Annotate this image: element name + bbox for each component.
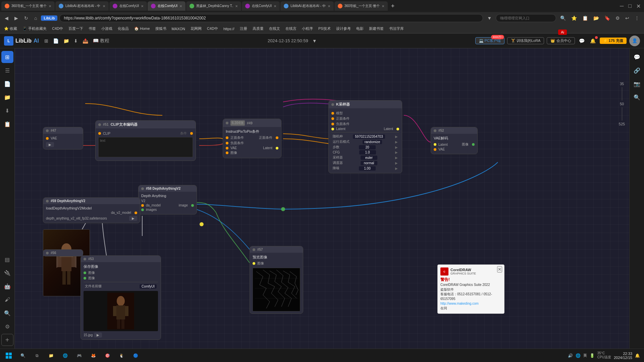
bookmark-c4d2[interactable]: C4D中 xyxy=(206,25,219,32)
sidebar-icon-menu[interactable]: ☰ xyxy=(1,64,13,76)
timestamp-dropdown[interactable]: ▼ xyxy=(311,37,318,45)
bookmark-games[interactable]: 小游戏 xyxy=(100,25,114,32)
notification-button[interactable]: 🔔 xyxy=(589,37,597,45)
node-52[interactable]: #52 VAE解码 Latent图像 VAE xyxy=(431,127,478,154)
nav-more[interactable]: ⋮ xyxy=(633,14,641,22)
taskbar-app4[interactable]: 🐧 xyxy=(115,350,128,362)
export-button[interactable]: 📤 xyxy=(81,37,90,45)
canvas-area[interactable]: #47 VAE ▶ #51 CLIP文本编码器 CLIP条件 text xyxy=(15,48,629,362)
tab-comfyui-1[interactable]: 在线ComfyUI ✕ xyxy=(109,1,147,11)
taskbar-task-view[interactable]: ⧉ xyxy=(30,350,44,362)
bookmark-sohu[interactable]: 搜狐书 xyxy=(154,25,168,32)
node-57[interactable]: #57 预览图像 图像 xyxy=(250,246,303,314)
sidebar-icon-new[interactable]: 📄 xyxy=(1,78,13,90)
sidebar-icon-layers[interactable]: ▤ xyxy=(1,253,13,265)
nav-icon-7[interactable]: ↩ xyxy=(623,14,631,22)
sidebar-icon-plug[interactable]: 🔌 xyxy=(1,267,13,279)
search-button[interactable]: ▼ xyxy=(485,14,494,22)
sidebar-icon-folder[interactable]: 📁 xyxy=(1,91,13,103)
taskbar-datetime[interactable]: 22:33 2024/12/15 xyxy=(614,352,632,360)
sidebar-icon-robot[interactable]: 🤖 xyxy=(1,280,13,292)
nav-icon-1[interactable]: 🔍 xyxy=(558,14,568,22)
sidebar-icon-grid[interactable]: ⊞ xyxy=(1,51,13,63)
bookmark-collect[interactable]: ⭐ 收藏 xyxy=(3,25,18,32)
node-51[interactable]: #51 CLIP文本编码器 CLIP条件 text xyxy=(95,120,196,161)
bookmark-film[interactable]: 电影 xyxy=(355,25,365,32)
sidebar-icon-file2[interactable]: 📋 xyxy=(1,118,13,130)
tab-liblib-1[interactable]: LiblibAI-慰布画布AI - 中 ✕ xyxy=(55,1,108,11)
bookmark-mini[interactable]: 小程序 xyxy=(301,25,314,32)
sidebar-icon-search[interactable]: 🔍 xyxy=(1,307,13,319)
bookmark-cosmetics[interactable]: 化妆品 xyxy=(116,25,130,32)
bookmark-online[interactable]: 在线文 xyxy=(268,25,281,32)
bookmark-new[interactable]: 新建书签 xyxy=(368,25,385,32)
coreldraw-close-button[interactable]: ✕ xyxy=(497,266,502,273)
recharge-button[interactable]: ⚡ 175 充值 xyxy=(600,38,627,44)
add-node-button[interactable]: + xyxy=(1,334,13,346)
taskbar-search[interactable]: 🔍 xyxy=(16,350,30,362)
reload-button[interactable]: ↻ xyxy=(22,14,30,22)
member-center-button[interactable]: 👑 会员中心 xyxy=(547,37,575,44)
bookmark-flower[interactable]: 花网网 xyxy=(189,25,203,32)
node-49[interactable]: 6.304张 #49 InstructPixToPix条件 正面条件正面条件 负… xyxy=(223,119,281,158)
coreldraw-url[interactable]: http://www.makeding.com xyxy=(440,301,501,306)
taskbar-app2[interactable]: 🦊 xyxy=(87,350,100,362)
taskbar-explorer[interactable]: 📁 xyxy=(44,350,58,362)
bookmark-home[interactable]: 🏠 Home xyxy=(133,26,151,32)
url-input[interactable] xyxy=(59,14,483,22)
forward-button[interactable]: ▶ xyxy=(12,14,20,22)
taskbar-network[interactable]: 🌐 xyxy=(576,353,581,358)
download-button[interactable]: ⬇ xyxy=(72,37,79,45)
liblib-logo-nav[interactable]: LibLib xyxy=(41,15,57,21)
node-59[interactable]: #59 DepthAnythingV2 loadDepthAnythingV2M… xyxy=(43,197,140,223)
bookmark-bookmarks[interactable]: 书签 xyxy=(87,25,97,32)
tab-comfyui-2[interactable]: 在线ComfyUI ✕ xyxy=(242,1,280,11)
new-file-button[interactable]: 📄 xyxy=(52,37,60,45)
taskbar-notification[interactable]: 🔔 xyxy=(635,353,640,358)
sidebar-icon-brush[interactable]: 🖌 xyxy=(1,294,13,306)
bookmark-mobile[interactable]: 📱 手机收藏夹 xyxy=(21,25,48,32)
maximize-button[interactable]: □ xyxy=(626,2,634,10)
node-53[interactable]: #53 保存图像 图像 图像 文件名前缀 ComfyUI xyxy=(80,255,161,340)
start-button[interactable] xyxy=(1,350,16,362)
bookmark-online2[interactable]: 在线言 xyxy=(284,25,298,32)
node-58[interactable]: #58 DepthAnythingV2 Depth Anything V2 da… xyxy=(138,185,197,215)
bookmark-https[interactable]: https:// xyxy=(222,26,236,32)
pc-client-badge[interactable]: 3000万+ 💻 PC客户端 xyxy=(475,37,504,44)
avatar[interactable]: 👤 xyxy=(629,36,640,46)
search-input[interactable] xyxy=(496,14,556,22)
tab-depth-canny[interactable]: 黑森林_Depth&Canny T... ✕ xyxy=(186,1,241,11)
open-file-button[interactable]: 📁 xyxy=(62,37,70,45)
close-button[interactable]: ✕ xyxy=(634,2,643,11)
taskbar-volume[interactable]: 🔊 xyxy=(568,353,573,358)
taskbar-edge[interactable]: 🌐 xyxy=(58,350,72,362)
minimize-button[interactable]: ─ xyxy=(618,2,626,10)
taskbar-lang[interactable]: 英 xyxy=(583,353,587,358)
bookmark-register[interactable]: 注册 xyxy=(238,25,249,32)
right-icon-4[interactable]: 🔍 xyxy=(631,91,643,103)
tab-comfyui-active[interactable]: 在线ComfyUI ✕ xyxy=(148,1,185,11)
home-button[interactable]: ⌂ xyxy=(32,14,39,22)
new-tab-button[interactable]: + xyxy=(388,3,397,10)
sidebar-icon-settings[interactable]: ⚙ xyxy=(1,320,13,333)
nav-icon-2[interactable]: ⭐ xyxy=(569,14,579,22)
bookmark-design[interactable]: 设计参考 xyxy=(335,25,352,32)
train-lora-button[interactable]: 🏋 训练我的LoRA xyxy=(507,37,544,44)
bookmark-c4d[interactable]: C4D中 xyxy=(51,25,64,32)
nav-icon-4[interactable]: 📂 xyxy=(591,14,601,22)
grid-view-button[interactable]: ⊞ xyxy=(43,37,50,45)
bookmark-calligraphy[interactable]: 书法字库 xyxy=(388,25,405,32)
chat-button[interactable]: 💬 xyxy=(578,37,586,45)
right-icon-2[interactable]: 🔗 xyxy=(631,64,643,76)
ksampler-node[interactable]: K采样器 模型 正面条件 负面条件 LatentLatent 随机种 59702… xyxy=(328,100,402,173)
sidebar-icon-download[interactable]: ⬇ xyxy=(1,105,13,117)
tab-liblib-2[interactable]: LiblibAI-慰布画布AI - 中 ✕ xyxy=(280,1,333,11)
back-button[interactable]: ◀ xyxy=(3,14,10,22)
taskbar-app1[interactable]: 🎮 xyxy=(72,350,86,362)
bookmark-hq[interactable]: 高质量 xyxy=(251,25,265,32)
bookmark-ps[interactable]: PS技术 xyxy=(317,25,332,32)
nav-icon-6[interactable]: ⚙ xyxy=(613,14,622,22)
node-47-run[interactable]: ▶ xyxy=(46,142,54,147)
nav-icon-5[interactable]: 🔖 xyxy=(602,14,612,22)
taskbar-app5[interactable]: 🔵 xyxy=(129,350,142,362)
